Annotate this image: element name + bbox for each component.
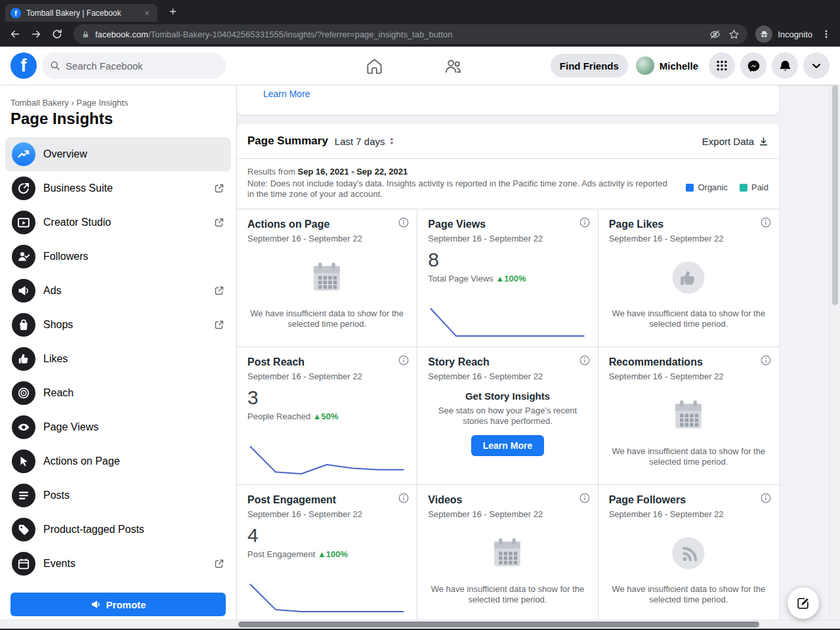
find-friends-button[interactable]: Find Friends: [551, 54, 628, 77]
back-button[interactable]: [5, 24, 25, 44]
megaphone-icon: [91, 599, 101, 610]
sidebar-item-likes[interactable]: Likes: [5, 342, 231, 376]
info-icon[interactable]: [761, 493, 771, 503]
page-url[interactable]: facebook.com/Tomball-Bakery-104042565331…: [95, 30, 702, 39]
vertical-scrollbar-thumb[interactable]: [832, 85, 838, 305]
notifications-button[interactable]: [772, 52, 798, 79]
sidebar-item-page-views[interactable]: Page Views: [5, 410, 231, 444]
facebook-logo[interactable]: f: [10, 52, 37, 79]
sidebar-item-ads[interactable]: Ads: [5, 274, 231, 308]
sidebar-item-label: Likes: [43, 353, 68, 365]
search-icon: [50, 60, 60, 71]
forward-button[interactable]: [26, 24, 46, 44]
profile-menu[interactable]: Michelle: [633, 54, 704, 77]
sidebar-item-business-suite[interactable]: Business Suite: [5, 171, 231, 205]
metric-delta: ▲50%: [313, 411, 339, 421]
new-tab-button[interactable]: [164, 3, 181, 20]
followers-icon: [12, 245, 35, 268]
previous-section-card: Learn More: [237, 85, 779, 115]
story-insights-text: See stats on how your Page's recent stor…: [429, 406, 586, 427]
card-date-range: September 16 - September 22: [609, 234, 768, 243]
sidebar-item-reach[interactable]: Reach: [5, 376, 231, 410]
export-data-button[interactable]: Export Data: [702, 136, 768, 147]
metric-delta: ▲100%: [318, 549, 348, 559]
eye-icon: [12, 415, 35, 439]
sidebar-item-followers[interactable]: Followers: [5, 240, 231, 274]
address-bar[interactable]: facebook.com/Tomball-Bakery-104042565331…: [74, 24, 747, 44]
info-icon[interactable]: [761, 355, 771, 366]
vertical-scrollbar[interactable]: [830, 85, 840, 620]
search-input[interactable]: Search Facebook: [42, 52, 226, 79]
card-post-engagement: Post EngagementSeptember 16 - September …: [237, 485, 417, 620]
reload-button[interactable]: [47, 24, 67, 44]
info-icon[interactable]: [579, 355, 590, 366]
apps-menu-button[interactable]: [709, 52, 735, 79]
breadcrumb-page-link[interactable]: Tomball Bakery: [10, 98, 69, 108]
card-date-range: September 16 - September 22: [428, 509, 587, 519]
facebook-header: f Search Facebook Find Friends Michelle: [0, 47, 840, 85]
sidebar-item-actions-on-page[interactable]: Actions on Page: [5, 444, 231, 478]
messenger-button[interactable]: [740, 52, 766, 79]
compose-post-button[interactable]: [788, 587, 819, 619]
metric-value: 3: [247, 387, 406, 409]
cursor-icon: [12, 450, 35, 473]
card-page-followers: Page FollowersSeptember 16 - September 2…: [598, 485, 779, 620]
sparkline-chart: [249, 579, 405, 614]
horizontal-scrollbar-thumb[interactable]: [238, 621, 759, 627]
info-icon[interactable]: [398, 493, 409, 503]
friends-icon[interactable]: [444, 57, 462, 75]
external-link-icon: [214, 285, 224, 296]
shop-bag-icon: [12, 313, 35, 337]
promote-button[interactable]: Promote: [10, 593, 226, 616]
card-page-views: Page ViewsSeptember 16 - September 228To…: [417, 209, 598, 347]
sidebar-item-label: Actions on Page: [43, 455, 120, 467]
chart-legend: Organic Paid: [686, 182, 768, 192]
empty-state-text: We have insufficient data to show for th…: [248, 308, 406, 329]
external-link-icon: [214, 217, 224, 228]
info-icon[interactable]: [398, 217, 409, 228]
tab-close-icon[interactable]: [142, 8, 152, 18]
sidebar-item-overview[interactable]: Overview: [5, 137, 231, 171]
eye-off-icon[interactable]: [709, 29, 721, 40]
card-date-range: September 16 - September 22: [247, 509, 406, 519]
info-icon[interactable]: [579, 493, 590, 503]
bookmark-star-icon[interactable]: [728, 29, 740, 40]
home-icon[interactable]: [366, 57, 383, 75]
calendar-empty-icon: [489, 535, 526, 572]
results-summary: Results from Sep 16, 2021 - Sep 22, 2021…: [237, 159, 779, 209]
browser-tab-strip: f Tomball Bakery | Facebook: [0, 0, 840, 22]
sidebar: Tomball Bakery › Page Insights Page Insi…: [0, 85, 236, 620]
external-link-icon: [214, 183, 224, 194]
sidebar-item-label: Events: [43, 558, 75, 570]
product-tag-icon: [12, 518, 35, 541]
learn-more-link[interactable]: Learn More: [263, 89, 310, 99]
sidebar-item-label: Followers: [43, 251, 88, 262]
browser-tab[interactable]: f Tomball Bakery | Facebook: [5, 4, 158, 22]
breadcrumb: Tomball Bakery › Page Insights: [10, 98, 226, 108]
info-icon[interactable]: [761, 217, 771, 228]
download-icon: [759, 136, 768, 146]
info-icon[interactable]: [579, 217, 590, 228]
lock-icon: [81, 30, 90, 39]
info-icon[interactable]: [398, 355, 409, 366]
account-menu-button[interactable]: [803, 52, 830, 79]
page-content: Tomball Bakery › Page Insights Page Insi…: [0, 85, 840, 620]
sidebar-item-creator-studio[interactable]: Creator Studio: [5, 205, 231, 240]
metric-label: Total Page Views ▲100%: [428, 274, 587, 284]
browser-toolbar: facebook.com/Tomball-Bakery-104042565331…: [0, 22, 840, 47]
browser-menu-icon[interactable]: [818, 26, 835, 43]
sidebar-item-label: Page Views: [43, 421, 98, 433]
chevron-down-icon: [810, 60, 822, 72]
card-recommendations: RecommendationsSeptember 16 - September …: [598, 347, 779, 485]
sidebar-item-events[interactable]: Events: [5, 547, 231, 581]
horizontal-scrollbar[interactable]: [0, 620, 840, 629]
sidebar-item-product-tagged-posts[interactable]: Product-tagged Posts: [5, 513, 231, 547]
sidebar-item-posts[interactable]: Posts: [5, 478, 231, 513]
learn-more-button[interactable]: Learn More: [471, 435, 544, 456]
sidebar-item-label: Creator Studio: [43, 217, 111, 228]
sidebar-item-shops[interactable]: Shops: [5, 308, 231, 342]
profile-name: Michelle: [660, 60, 698, 72]
organic-swatch: [686, 184, 694, 192]
date-range-selector[interactable]: Last 7 days: [335, 136, 395, 147]
summary-title: Page Summary: [247, 135, 328, 148]
